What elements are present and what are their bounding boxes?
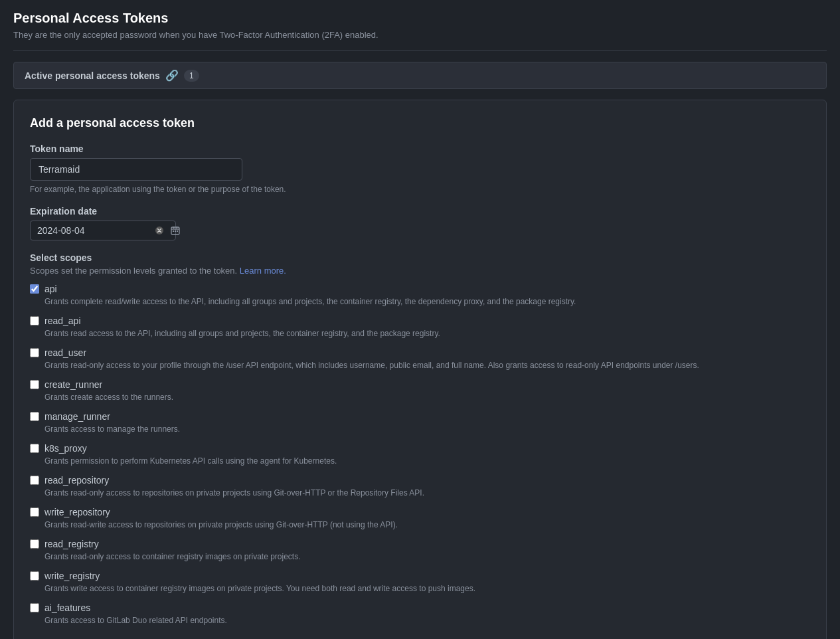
scope-description: Grants read-only access to your profile … <box>30 359 810 371</box>
clear-date-button[interactable] <box>153 226 165 235</box>
scope-name: create_runner <box>44 379 102 390</box>
scopes-desc: Scopes set the permission levels granted… <box>30 266 810 276</box>
scope-checkbox-write_repository[interactable] <box>30 507 39 517</box>
scope-description: Grants access to GitLab Duo related API … <box>30 614 810 626</box>
scope-item: read_repositoryGrants read-only access t… <box>30 475 810 499</box>
scope-header: read_api <box>30 316 810 326</box>
scope-description: Grants read-only access to container reg… <box>30 551 810 563</box>
token-name-hint: For example, the application using the t… <box>30 185 810 194</box>
scope-item: write_repositoryGrants read-write access… <box>30 507 810 531</box>
add-token-form: Add a personal access token Token name F… <box>13 100 827 639</box>
svg-rect-4 <box>173 230 174 232</box>
svg-rect-3 <box>177 227 178 228</box>
scope-checkbox-read_api[interactable] <box>30 316 39 325</box>
form-title: Add a personal access token <box>30 116 810 130</box>
scope-header: read_user <box>30 347 810 358</box>
scope-checkbox-read_registry[interactable] <box>30 539 39 549</box>
divider <box>13 50 827 51</box>
scope-checkbox-api[interactable] <box>30 284 39 294</box>
scope-header: ai_features <box>30 602 810 613</box>
scope-description: Grants create access to the runners. <box>30 391 810 403</box>
scope-item: apiGrants complete read/write access to … <box>30 284 810 308</box>
scope-name: read_user <box>44 347 86 358</box>
scopes-label: Select scopes <box>30 252 810 263</box>
scope-header: read_repository <box>30 475 810 486</box>
scope-name: read_api <box>44 316 81 326</box>
scope-header: create_runner <box>30 379 810 390</box>
scope-item: read_registryGrants read-only access to … <box>30 539 810 563</box>
active-tokens-label: Active personal access tokens <box>25 70 160 81</box>
expiration-date-input[interactable] <box>37 225 153 236</box>
token-name-input[interactable] <box>30 158 242 181</box>
scope-description: Grants read access to the API, including… <box>30 327 810 339</box>
scope-description: Grants read-write access to repositories… <box>30 519 810 531</box>
scope-item: k8s_proxyGrants permission to perform Ku… <box>30 443 810 467</box>
scope-name: ai_features <box>44 602 90 613</box>
scope-name: api <box>44 284 57 294</box>
token-icon: 🔗 <box>165 69 179 82</box>
page-title: Personal Access Tokens <box>13 11 827 26</box>
scope-checkbox-write_registry[interactable] <box>30 571 39 581</box>
scope-checkbox-create_runner[interactable] <box>30 380 39 389</box>
scope-description: Grants write access to container registr… <box>30 583 810 594</box>
scope-description: Grants complete read/write access to the… <box>30 296 810 308</box>
scope-item: read_userGrants read-only access to your… <box>30 347 810 371</box>
scope-item: ai_featuresGrants access to GitLab Duo r… <box>30 602 810 626</box>
scope-checkbox-read_repository[interactable] <box>30 476 39 485</box>
scope-name: write_registry <box>44 571 100 581</box>
learn-more-link[interactable]: Learn more. <box>240 266 286 276</box>
svg-rect-5 <box>175 230 176 232</box>
token-name-label: Token name <box>30 143 810 154</box>
scope-header: manage_runner <box>30 411 810 422</box>
date-icons <box>153 226 181 235</box>
svg-rect-2 <box>173 227 175 228</box>
scope-header: write_registry <box>30 571 810 581</box>
token-count-badge: 1 <box>184 70 199 82</box>
scope-header: write_repository <box>30 507 810 517</box>
scope-description: Grants access to manage the runners. <box>30 423 810 435</box>
scope-checkbox-k8s_proxy[interactable] <box>30 444 39 453</box>
scope-description: Grants read-only access to repositories … <box>30 487 810 499</box>
expiration-label: Expiration date <box>30 206 810 217</box>
calendar-button[interactable] <box>169 226 181 235</box>
scope-checkbox-ai_features[interactable] <box>30 603 39 612</box>
scope-name: write_repository <box>44 507 110 517</box>
scope-name: manage_runner <box>44 411 110 422</box>
scope-checkbox-read_user[interactable] <box>30 348 39 357</box>
token-name-group: Token name For example, the application … <box>30 143 810 194</box>
scopes-section: Select scopes Scopes set the permission … <box>30 252 810 626</box>
scope-checkbox-manage_runner[interactable] <box>30 412 39 421</box>
scope-description: Grants permission to perform Kubernetes … <box>30 455 810 467</box>
scope-item: write_registryGrants write access to con… <box>30 571 810 594</box>
svg-rect-6 <box>177 230 178 232</box>
scope-item: manage_runnerGrants access to manage the… <box>30 411 810 435</box>
scope-name: read_registry <box>44 539 99 549</box>
scope-item: read_apiGrants read access to the API, i… <box>30 316 810 339</box>
scope-name: k8s_proxy <box>44 443 87 454</box>
scopes-list: apiGrants complete read/write access to … <box>30 284 810 626</box>
scope-name: read_repository <box>44 475 109 486</box>
page-subtitle: They are the only accepted password when… <box>13 30 827 40</box>
expiration-date-group: Expiration date <box>30 206 810 240</box>
scope-item: create_runnerGrants create access to the… <box>30 379 810 403</box>
scope-header: k8s_proxy <box>30 443 810 454</box>
scope-header: read_registry <box>30 539 810 549</box>
scope-header: api <box>30 284 810 294</box>
date-input-wrapper <box>30 221 176 240</box>
active-tokens-bar: Active personal access tokens 🔗 1 <box>13 62 827 89</box>
